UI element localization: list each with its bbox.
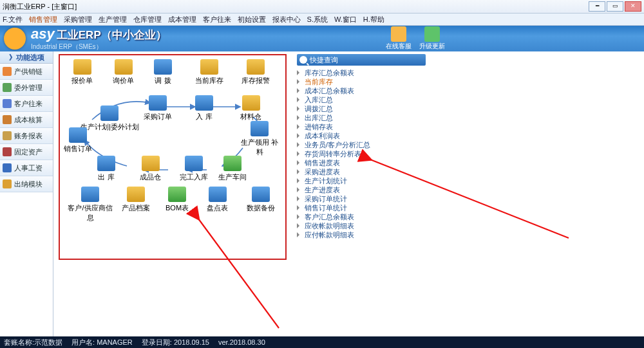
quick-search-item[interactable]: 应收帐款明细表 (297, 221, 426, 230)
chevron-right-icon (297, 223, 302, 228)
menu-cost[interactable]: 成本管理 (168, 15, 196, 24)
node-stock-out[interactable]: 出 库 (97, 156, 115, 182)
quick-search-item[interactable]: 业务员/客户分析汇总 (297, 140, 426, 149)
material-icon (242, 95, 260, 111)
window-title: 润衡工业ERP - [主窗口] (3, 2, 77, 12)
sidebar-item-label: 固定资产 (14, 147, 43, 157)
quick-search-item[interactable]: 成本汇总余额表 (297, 86, 426, 95)
quick-search-item[interactable]: 出库汇总 (297, 113, 426, 122)
support-icon (391, 26, 406, 42)
quick-search-item[interactable]: 存货周转率分析表 (297, 149, 426, 158)
node-quote[interactable]: 报价单 (71, 59, 93, 86)
menu-production[interactable]: 生产管理 (99, 15, 127, 24)
chevron-right-icon (297, 124, 302, 129)
minimize-button[interactable]: ━ (589, 1, 605, 12)
sidebar-item-outsource[interactable]: 委外管理 (0, 80, 53, 96)
node-inquiry[interactable]: 询价单 (113, 59, 134, 86)
chevron-right-icon (297, 178, 302, 183)
upgrade-button[interactable]: 升级更新 (419, 26, 445, 51)
node-purchase-order[interactable]: 采购订单 (144, 95, 172, 122)
menu-help[interactable]: H.帮助 (363, 15, 384, 24)
quick-search-item[interactable]: 应付帐款明细表 (297, 230, 426, 239)
node-current-stock[interactable]: 当前库存 (195, 59, 223, 86)
sidebar-item-report[interactable]: 账务报表 (0, 128, 53, 144)
quick-search-item-label: 出库汇总 (305, 113, 333, 123)
quick-search-list: 库存汇总余额表当前库存成本汇总余额表入库汇总调拨汇总出库汇总进销存表成本利润表业… (297, 68, 426, 239)
menu-init[interactable]: 初始设置 (238, 15, 266, 24)
node-workshop[interactable]: 生产车间 (218, 156, 247, 182)
product-icon (127, 187, 145, 202)
quick-search-item[interactable]: 采购订单统计 (297, 194, 426, 203)
quick-search-item-label: 业务员/客户分析汇总 (305, 140, 370, 150)
function-sidebar: 》功能选项 产供销链 委外管理 客户往来 成本核算 账务报表 固定资产 人事工资… (0, 51, 53, 338)
node-complete-in[interactable]: 完工入库 (180, 156, 208, 182)
quick-search-item[interactable]: 采购进度表 (297, 167, 426, 176)
banner-title-en: Industrial ERP（SMEs） (31, 42, 167, 51)
menu-report[interactable]: 报表中心 (272, 15, 301, 24)
node-material-store[interactable]: 材料仓 (240, 95, 261, 122)
chevron-right-icon (297, 97, 302, 102)
node-partners[interactable]: 客户/供应商信息 (65, 187, 115, 223)
close-button[interactable]: ✕ (625, 1, 641, 12)
node-label: 数据备份 (247, 204, 275, 212)
support-label: 在线客服 (386, 42, 412, 51)
backup-icon (252, 187, 270, 202)
quick-search-item[interactable]: 入库汇总 (297, 95, 426, 104)
node-label: 出 库 (98, 173, 114, 181)
node-label: 当前库存 (195, 77, 223, 84)
node-label: 报价单 (71, 77, 93, 84)
node-product[interactable]: 产品档案 (122, 187, 150, 213)
menu-system[interactable]: S.系统 (307, 15, 328, 24)
quick-search-item-label: 销售订单统计 (305, 203, 347, 213)
quick-search-header: 快捷查询 (297, 54, 426, 66)
node-inventory[interactable]: 盘点表 (207, 187, 228, 213)
workflow-diagram: 报价单 询价单 调 拨 当前库存 库存报警 生产计划|委外计划 (59, 54, 287, 260)
sidebar-item-label: 产供销链 (14, 67, 43, 77)
node-label: 客户/供应商信息 (65, 203, 115, 223)
maximize-button[interactable]: ▭ (607, 1, 623, 12)
menu-window[interactable]: W.窗口 (334, 15, 357, 24)
sidebar-item-supply-chain[interactable]: 产供销链 (0, 64, 53, 80)
node-bom[interactable]: BOM表 (166, 187, 189, 213)
node-label: 完工入库 (180, 173, 208, 181)
logo-icon (4, 28, 26, 50)
menu-warehouse[interactable]: 仓库管理 (133, 15, 162, 24)
menu-file[interactable]: F.文件 (3, 15, 23, 24)
quick-search-item[interactable]: 当前库存 (297, 77, 426, 86)
sidebar-item-customer[interactable]: 客户往来 (0, 96, 53, 112)
menu-sales[interactable]: 销售管理 (29, 15, 57, 24)
in-icon (195, 95, 213, 111)
sidebar-item-cashier[interactable]: 出纳模块 (0, 176, 53, 192)
out-icon (97, 156, 115, 171)
quick-search-item-label: 应收帐款明细表 (305, 221, 354, 231)
node-stock-in[interactable]: 入 库 (195, 95, 213, 122)
quick-search-item[interactable]: 客户汇总余额表 (297, 212, 426, 221)
quick-search-item[interactable]: 销售进度表 (297, 158, 426, 167)
node-finished-store[interactable]: 成品仓 (140, 156, 161, 182)
quick-search-item[interactable]: 生产进度表 (297, 185, 426, 194)
online-support-button[interactable]: 在线客服 (386, 26, 412, 51)
sidebar-item-hr[interactable]: 人事工资 (0, 160, 53, 176)
menu-purchase[interactable]: 采购管理 (64, 15, 92, 24)
quick-search-item[interactable]: 销售订单统计 (297, 203, 426, 212)
quick-search-item[interactable]: 调拨汇总 (297, 104, 426, 113)
sidebar-item-asset[interactable]: 固定资产 (0, 144, 53, 160)
quick-search-item[interactable]: 生产计划统计 (297, 176, 426, 185)
node-transfer[interactable]: 调 拨 (154, 59, 172, 86)
node-issue[interactable]: 生产领用 补料 (240, 121, 279, 157)
doc-icon (115, 59, 133, 75)
quick-search-item[interactable]: 成本利润表 (297, 131, 426, 140)
quick-search-item[interactable]: 库存汇总余额表 (297, 68, 426, 77)
chevron-right-icon (297, 196, 302, 201)
node-backup[interactable]: 数据备份 (247, 187, 275, 213)
node-label: 成品仓 (140, 173, 161, 181)
menu-customer[interactable]: 客户往来 (203, 15, 231, 24)
quick-search-item[interactable]: 进销存表 (297, 122, 426, 131)
banner-easy: asy (31, 26, 55, 42)
outsource-icon (3, 83, 12, 92)
node-sales-order[interactable]: 销售订单 (64, 127, 92, 154)
node-stock-alert[interactable]: 库存报警 (242, 59, 270, 86)
sidebar-item-cost[interactable]: 成本核算 (0, 112, 53, 128)
inventory-icon (209, 187, 227, 202)
po-icon (149, 95, 167, 111)
